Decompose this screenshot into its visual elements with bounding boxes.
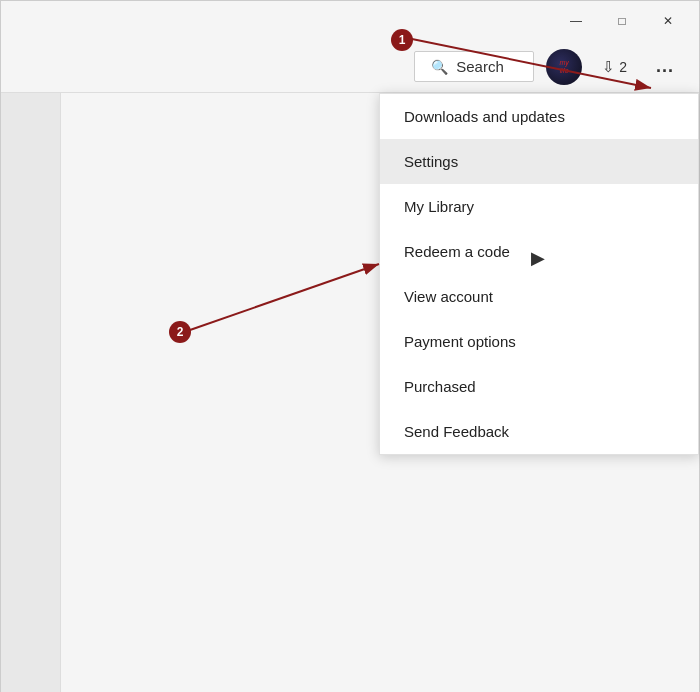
downloads-count: 2 [619, 59, 627, 75]
search-icon: 🔍 [431, 59, 448, 75]
menu-item-settings[interactable]: Settings [380, 139, 698, 184]
avatar-image: mylife [546, 49, 582, 85]
menu-item-redeem-code[interactable]: Redeem a code [380, 229, 698, 274]
search-box[interactable]: 🔍 Search [414, 51, 534, 82]
sidebar [1, 93, 61, 692]
dropdown-menu: Downloads and updates Settings My Librar… [379, 93, 699, 455]
close-button[interactable]: ✕ [645, 5, 691, 37]
minimize-button[interactable]: — [553, 5, 599, 37]
download-icon: ⇩ [602, 58, 615, 76]
menu-item-payment-options[interactable]: Payment options [380, 319, 698, 364]
main-area: Downloads and updates Settings My Librar… [61, 93, 699, 692]
menu-item-downloads-updates[interactable]: Downloads and updates [380, 94, 698, 139]
menu-item-send-feedback[interactable]: Send Feedback [380, 409, 698, 454]
menu-item-view-account[interactable]: View account [380, 274, 698, 319]
avatar[interactable]: mylife [546, 49, 582, 85]
main-content: Downloads and updates Settings My Librar… [1, 93, 699, 692]
more-button[interactable]: ... [647, 49, 683, 85]
more-icon: ... [656, 56, 674, 77]
app-window: — □ ✕ 🔍 Search mylife ⇩ 2 ... Downloads … [0, 0, 700, 692]
maximize-button[interactable]: □ [599, 5, 645, 37]
titlebar: — □ ✕ [1, 1, 699, 41]
menu-item-my-library[interactable]: My Library [380, 184, 698, 229]
menu-item-purchased[interactable]: Purchased [380, 364, 698, 409]
toolbar: 🔍 Search mylife ⇩ 2 ... [1, 41, 699, 93]
downloads-button[interactable]: ⇩ 2 [594, 54, 635, 80]
search-label: Search [456, 58, 504, 75]
